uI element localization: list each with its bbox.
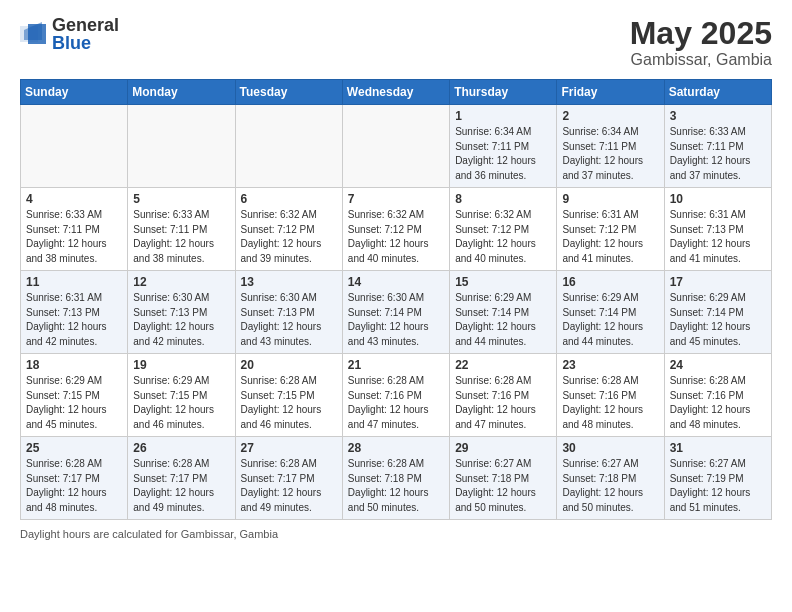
day-cell: 19Sunrise: 6:29 AM Sunset: 7:15 PM Dayli… [128,354,235,437]
day-number: 26 [133,441,229,455]
day-number: 5 [133,192,229,206]
day-info: Sunrise: 6:29 AM Sunset: 7:15 PM Dayligh… [26,374,122,432]
day-info: Sunrise: 6:33 AM Sunset: 7:11 PM Dayligh… [133,208,229,266]
day-cell: 16Sunrise: 6:29 AM Sunset: 7:14 PM Dayli… [557,271,664,354]
day-number: 10 [670,192,766,206]
col-header-monday: Monday [128,80,235,105]
day-number: 21 [348,358,444,372]
day-number: 31 [670,441,766,455]
calendar-table: SundayMondayTuesdayWednesdayThursdayFrid… [20,79,772,520]
week-row-3: 11Sunrise: 6:31 AM Sunset: 7:13 PM Dayli… [21,271,772,354]
day-info: Sunrise: 6:27 AM Sunset: 7:18 PM Dayligh… [455,457,551,515]
day-info: Sunrise: 6:28 AM Sunset: 7:17 PM Dayligh… [241,457,337,515]
day-number: 19 [133,358,229,372]
col-header-thursday: Thursday [450,80,557,105]
logo: General Blue [20,16,119,52]
col-header-saturday: Saturday [664,80,771,105]
day-number: 14 [348,275,444,289]
day-number: 4 [26,192,122,206]
day-info: Sunrise: 6:28 AM Sunset: 7:15 PM Dayligh… [241,374,337,432]
logo-general: General [52,16,119,34]
day-info: Sunrise: 6:31 AM Sunset: 7:13 PM Dayligh… [26,291,122,349]
day-number: 25 [26,441,122,455]
day-cell: 1Sunrise: 6:34 AM Sunset: 7:11 PM Daylig… [450,105,557,188]
day-number: 11 [26,275,122,289]
day-info: Sunrise: 6:32 AM Sunset: 7:12 PM Dayligh… [348,208,444,266]
day-cell: 30Sunrise: 6:27 AM Sunset: 7:18 PM Dayli… [557,437,664,520]
day-number: 20 [241,358,337,372]
day-info: Sunrise: 6:28 AM Sunset: 7:16 PM Dayligh… [348,374,444,432]
day-cell: 11Sunrise: 6:31 AM Sunset: 7:13 PM Dayli… [21,271,128,354]
header-row: SundayMondayTuesdayWednesdayThursdayFrid… [21,80,772,105]
day-cell: 26Sunrise: 6:28 AM Sunset: 7:17 PM Dayli… [128,437,235,520]
footer-note: Daylight hours are calculated for Gambis… [20,528,772,540]
day-number: 2 [562,109,658,123]
day-number: 7 [348,192,444,206]
day-info: Sunrise: 6:32 AM Sunset: 7:12 PM Dayligh… [455,208,551,266]
logo-icon [20,20,48,48]
day-info: Sunrise: 6:28 AM Sunset: 7:16 PM Dayligh… [455,374,551,432]
day-number: 24 [670,358,766,372]
day-cell: 10Sunrise: 6:31 AM Sunset: 7:13 PM Dayli… [664,188,771,271]
day-cell: 15Sunrise: 6:29 AM Sunset: 7:14 PM Dayli… [450,271,557,354]
day-info: Sunrise: 6:30 AM Sunset: 7:13 PM Dayligh… [241,291,337,349]
day-cell: 18Sunrise: 6:29 AM Sunset: 7:15 PM Dayli… [21,354,128,437]
day-number: 30 [562,441,658,455]
day-cell: 3Sunrise: 6:33 AM Sunset: 7:11 PM Daylig… [664,105,771,188]
month-title: May 2025 [630,16,772,51]
day-cell: 25Sunrise: 6:28 AM Sunset: 7:17 PM Dayli… [21,437,128,520]
logo-text: General Blue [52,16,119,52]
col-header-wednesday: Wednesday [342,80,449,105]
day-info: Sunrise: 6:28 AM Sunset: 7:17 PM Dayligh… [133,457,229,515]
day-info: Sunrise: 6:34 AM Sunset: 7:11 PM Dayligh… [455,125,551,183]
day-number: 27 [241,441,337,455]
day-number: 23 [562,358,658,372]
day-info: Sunrise: 6:28 AM Sunset: 7:17 PM Dayligh… [26,457,122,515]
day-cell: 2Sunrise: 6:34 AM Sunset: 7:11 PM Daylig… [557,105,664,188]
day-info: Sunrise: 6:29 AM Sunset: 7:14 PM Dayligh… [562,291,658,349]
day-cell: 12Sunrise: 6:30 AM Sunset: 7:13 PM Dayli… [128,271,235,354]
day-number: 12 [133,275,229,289]
day-cell: 29Sunrise: 6:27 AM Sunset: 7:18 PM Dayli… [450,437,557,520]
day-number: 29 [455,441,551,455]
day-cell: 5Sunrise: 6:33 AM Sunset: 7:11 PM Daylig… [128,188,235,271]
day-cell: 27Sunrise: 6:28 AM Sunset: 7:17 PM Dayli… [235,437,342,520]
day-info: Sunrise: 6:31 AM Sunset: 7:13 PM Dayligh… [670,208,766,266]
day-info: Sunrise: 6:30 AM Sunset: 7:13 PM Dayligh… [133,291,229,349]
location: Gambissar, Gambia [630,51,772,69]
day-cell: 7Sunrise: 6:32 AM Sunset: 7:12 PM Daylig… [342,188,449,271]
day-info: Sunrise: 6:27 AM Sunset: 7:18 PM Dayligh… [562,457,658,515]
day-cell: 24Sunrise: 6:28 AM Sunset: 7:16 PM Dayli… [664,354,771,437]
day-cell: 17Sunrise: 6:29 AM Sunset: 7:14 PM Dayli… [664,271,771,354]
day-cell: 23Sunrise: 6:28 AM Sunset: 7:16 PM Dayli… [557,354,664,437]
day-number: 8 [455,192,551,206]
day-cell: 31Sunrise: 6:27 AM Sunset: 7:19 PM Dayli… [664,437,771,520]
week-row-1: 1Sunrise: 6:34 AM Sunset: 7:11 PM Daylig… [21,105,772,188]
day-cell: 21Sunrise: 6:28 AM Sunset: 7:16 PM Dayli… [342,354,449,437]
day-number: 16 [562,275,658,289]
day-number: 28 [348,441,444,455]
day-number: 15 [455,275,551,289]
svg-marker-2 [28,24,46,44]
day-number: 3 [670,109,766,123]
day-info: Sunrise: 6:27 AM Sunset: 7:19 PM Dayligh… [670,457,766,515]
day-info: Sunrise: 6:31 AM Sunset: 7:12 PM Dayligh… [562,208,658,266]
col-header-sunday: Sunday [21,80,128,105]
week-row-4: 18Sunrise: 6:29 AM Sunset: 7:15 PM Dayli… [21,354,772,437]
header: General Blue May 2025 Gambissar, Gambia [20,16,772,69]
logo-blue: Blue [52,34,119,52]
col-header-tuesday: Tuesday [235,80,342,105]
day-cell: 13Sunrise: 6:30 AM Sunset: 7:13 PM Dayli… [235,271,342,354]
day-info: Sunrise: 6:28 AM Sunset: 7:18 PM Dayligh… [348,457,444,515]
day-info: Sunrise: 6:30 AM Sunset: 7:14 PM Dayligh… [348,291,444,349]
day-info: Sunrise: 6:29 AM Sunset: 7:14 PM Dayligh… [670,291,766,349]
day-number: 6 [241,192,337,206]
day-number: 1 [455,109,551,123]
day-number: 22 [455,358,551,372]
title-block: May 2025 Gambissar, Gambia [630,16,772,69]
day-number: 13 [241,275,337,289]
day-cell [235,105,342,188]
day-info: Sunrise: 6:33 AM Sunset: 7:11 PM Dayligh… [26,208,122,266]
day-info: Sunrise: 6:28 AM Sunset: 7:16 PM Dayligh… [670,374,766,432]
day-cell: 4Sunrise: 6:33 AM Sunset: 7:11 PM Daylig… [21,188,128,271]
